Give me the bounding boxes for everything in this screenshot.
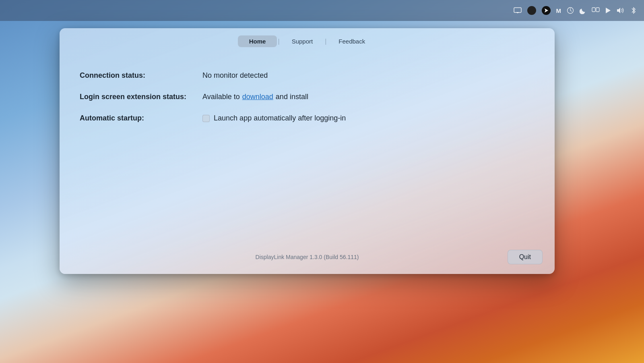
login-extension-label: Login screen extension status: (80, 86, 202, 108)
tab-support[interactable]: Support (281, 35, 324, 47)
content-area: Connection status: No monitor detected L… (60, 53, 555, 243)
mirror-display-icon[interactable] (592, 7, 600, 14)
auto-startup-checkbox-label: Launch app automatically after logging-i… (214, 114, 346, 122)
auto-startup-label: Automatic startup: (80, 108, 202, 129)
auto-startup-checkbox-wrapper: Launch app automatically after logging-i… (202, 114, 346, 122)
info-grid: Connection status: No monitor detected L… (80, 65, 535, 129)
connection-status-label: Connection status: (80, 65, 202, 86)
malwarebytes-icon[interactable]: M (556, 7, 561, 14)
version-text: DisplayLink Manager 1.3.0 (Build 56.111) (229, 254, 386, 260)
tab-sep-2: | (325, 38, 326, 45)
svg-rect-5 (592, 8, 595, 12)
popup-window: Home | Support | Feedback Connection sta… (60, 28, 555, 274)
svg-rect-0 (514, 8, 521, 12)
user-icon[interactable] (527, 6, 536, 15)
svg-marker-3 (545, 8, 548, 12)
display-menu-icon[interactable] (514, 7, 522, 14)
svg-marker-8 (617, 8, 620, 13)
login-extension-suffix: and install (276, 93, 308, 101)
tab-home[interactable]: Home (238, 35, 277, 47)
login-extension-prefix: Available to (202, 93, 240, 101)
play-icon[interactable] (605, 7, 611, 14)
auto-startup-checkbox[interactable] (202, 115, 210, 122)
cursor-icon[interactable] (542, 6, 551, 15)
moon-icon[interactable] (580, 7, 586, 14)
bluetooth-icon[interactable] (631, 7, 636, 14)
login-extension-value: Available to download and install (202, 86, 535, 108)
popup-content: Home | Support | Feedback Connection sta… (60, 28, 555, 274)
footer: DisplayLink Manager 1.3.0 (Build 56.111)… (60, 243, 555, 274)
volume-icon[interactable] (617, 7, 625, 14)
auto-startup-value: Launch app automatically after logging-i… (202, 108, 535, 129)
connection-status-text: No monitor detected (202, 71, 268, 80)
connection-status-value: No monitor detected (202, 65, 535, 86)
download-link[interactable]: download (242, 93, 273, 101)
tab-sep-1: | (278, 38, 279, 45)
svg-rect-6 (596, 8, 599, 12)
menubar: M (0, 0, 644, 21)
tab-feedback[interactable]: Feedback (327, 35, 376, 47)
timemachine-icon[interactable] (567, 7, 574, 14)
svg-marker-7 (606, 8, 611, 13)
quit-button[interactable]: Quit (508, 250, 543, 264)
tab-bar: Home | Support | Feedback (60, 28, 555, 53)
